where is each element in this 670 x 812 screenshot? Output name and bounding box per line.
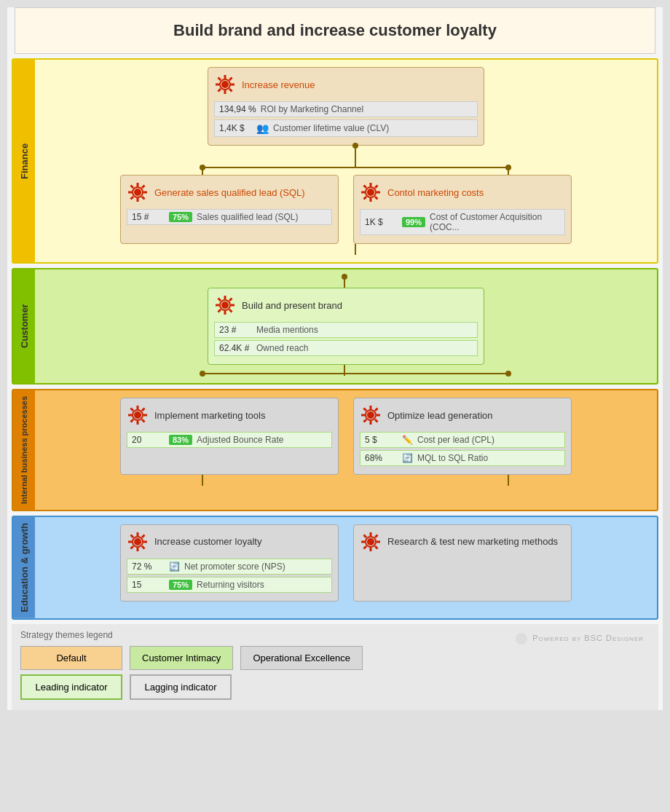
- card-optimize-leads-title: Optimize lead generation: [387, 410, 493, 421]
- legend-title: Strategy themes legend: [20, 630, 363, 640]
- card-generate-sql-title: Generate sales qualified lead (SQL): [154, 187, 305, 198]
- customer-top-connector: [42, 277, 650, 288]
- lane-finance: Finance: [12, 58, 658, 264]
- svg-point-78: [134, 538, 141, 545]
- lane-education-content: Increase customer loyalty 72 % 🔄 Net pro…: [35, 517, 657, 618]
- metric-roi-value: 134,94 %: [219, 104, 256, 114]
- svg-point-88: [367, 538, 374, 545]
- lane-internal: Internal business processes: [12, 389, 658, 511]
- svg-line-83: [131, 535, 134, 537]
- metric-coc-value: 1K $: [365, 217, 398, 227]
- svg-line-62: [142, 419, 145, 422]
- svg-point-16: [352, 143, 358, 149]
- svg-line-64: [131, 419, 134, 422]
- metric-roi: 134,94 % ROI by Marketing Channel: [214, 101, 478, 117]
- metric-sql-value: 15 #: [132, 212, 165, 222]
- svg-line-7: [229, 78, 232, 81]
- svg-line-94: [375, 546, 378, 549]
- svg-line-73: [375, 409, 378, 411]
- metric-clv: 1,4K $ 👥 Customer lifetime value (CLV): [214, 119, 478, 137]
- lane-education-label: Education & growth: [13, 517, 35, 618]
- card-generate-sql[interactable]: Generate sales qualified lead (SQL) 15 #…: [120, 175, 339, 244]
- metric-nps-value: 72 %: [132, 561, 165, 572]
- svg-point-55: [505, 371, 511, 377]
- card-implement-tools[interactable]: Implement marketing tools 20 83% Adjuste…: [120, 398, 339, 475]
- svg-line-48: [218, 310, 221, 312]
- svg-line-34: [375, 186, 378, 189]
- svg-point-40: [221, 301, 229, 309]
- card-optimize-leads[interactable]: Optimize lead generation 5 $ ✏️ Cost per…: [353, 398, 572, 475]
- finance-to-customer-connector: [42, 244, 650, 255]
- metric-clv-value: 1,4K $: [219, 123, 252, 133]
- card-control-costs[interactable]: Contol marketing costs 1K $ 99% Cost of …: [353, 175, 572, 244]
- svg-line-47: [229, 299, 232, 301]
- metric-returning-value: 15: [132, 580, 165, 590]
- svg-line-86: [131, 546, 134, 549]
- card-increase-revenue[interactable]: Increase revenue 134,94 % ROI by Marketi…: [208, 67, 484, 146]
- svg-line-35: [364, 197, 367, 200]
- finance-to-customer-svg: [42, 244, 650, 255]
- svg-point-56: [134, 411, 141, 419]
- svg-line-61: [131, 409, 134, 411]
- svg-line-5: [218, 78, 221, 81]
- metric-bounce: 20 83% Adjusted Bounce Rate: [127, 432, 332, 448]
- svg-line-46: [229, 310, 232, 312]
- card-generate-sql-header: Generate sales qualified lead (SQL): [127, 181, 332, 203]
- svg-line-24: [142, 186, 145, 189]
- svg-line-45: [218, 299, 221, 301]
- svg-line-95: [375, 535, 378, 537]
- internal-bottom-svg: [42, 475, 650, 486]
- main-container: Build brand and increase customer loyalt…: [7, 7, 663, 710]
- card-research-methods[interactable]: Research & test new marketing methods: [353, 524, 572, 602]
- card-research-methods-header: Research & test new marketing methods: [360, 531, 565, 553]
- metric-mql-value: 68%: [365, 453, 398, 463]
- internal-bottom-connector: [42, 475, 650, 486]
- badge-sql: 75%: [169, 212, 192, 222]
- legend-default: Default: [20, 646, 122, 670]
- finance-connectors-svg: [42, 146, 650, 175]
- gear-icon-tools: [127, 404, 149, 426]
- card-research-methods-title: Research & test new marketing methods: [387, 536, 558, 547]
- powered-by-icon: [516, 633, 527, 645]
- lane-internal-content: Implement marketing tools 20 83% Adjuste…: [35, 390, 657, 510]
- metric-mql-name: MQL to SQL Ratio: [417, 453, 488, 463]
- metric-media-name: Media mentions: [256, 325, 318, 335]
- metric-returning-name: Returning visitors: [197, 580, 264, 590]
- lane-finance-content: Increase revenue 134,94 % ROI by Marketi…: [35, 60, 657, 262]
- svg-line-23: [142, 197, 145, 200]
- metric-coc-name: Cost of Customer Acquisition (COC...: [430, 212, 560, 232]
- metric-clv-name: Customer lifetime value (CLV): [273, 123, 389, 133]
- metric-coc: 1K $ 99% Cost of Customer Acquisition (C…: [360, 209, 565, 235]
- metric-cpl-value: 5 $: [365, 435, 398, 445]
- metric-clv-emoji: 👥: [256, 122, 269, 134]
- metric-returning: 15 75% Returning visitors: [127, 577, 332, 593]
- lane-education: Education & growth: [12, 516, 658, 620]
- gear-icon-leads: [360, 404, 382, 426]
- title-box: Build brand and increase customer loyalt…: [15, 7, 655, 54]
- svg-line-85: [142, 535, 145, 537]
- card-increase-loyalty-title: Increase customer loyalty: [154, 536, 261, 547]
- metric-nps-name: Net promoter score (NPS): [184, 561, 285, 572]
- legend-row-2: Leading indicator Lagging indicator: [20, 674, 363, 700]
- card-implement-tools-header: Implement marketing tools: [127, 404, 332, 426]
- metric-mql-icon: 🔄: [402, 453, 413, 463]
- lane-customer: Customer: [12, 268, 658, 385]
- metric-media: 23 # Media mentions: [214, 322, 478, 338]
- legend-header: Strategy themes legend Default Customer …: [20, 630, 650, 704]
- svg-line-6: [229, 89, 232, 92]
- card-increase-loyalty[interactable]: Increase customer loyalty 72 % 🔄 Net pro…: [120, 524, 339, 602]
- metric-cpl: 5 $ ✏️ Cost per lead (CPL): [360, 432, 565, 448]
- card-control-costs-header: Contol marketing costs: [360, 181, 565, 203]
- metric-reach: 62.4K # Owned reach: [214, 340, 478, 356]
- finance-bottom-row: Generate sales qualified lead (SQL) 15 #…: [42, 175, 650, 244]
- svg-line-84: [142, 546, 145, 549]
- metric-nps: 72 % 🔄 Net promoter score (NPS): [127, 559, 332, 575]
- card-build-brand[interactable]: Build and present brand 23 # Media menti…: [208, 288, 484, 365]
- badge-coc: 99%: [402, 217, 425, 227]
- svg-line-22: [131, 186, 134, 189]
- education-card-row: Increase customer loyalty 72 % 🔄 Net pro…: [42, 524, 650, 602]
- card-build-brand-title: Build and present brand: [242, 300, 342, 311]
- card-increase-loyalty-header: Increase customer loyalty: [127, 531, 332, 553]
- gear-icon-brand: [214, 294, 236, 316]
- svg-line-25: [131, 197, 134, 200]
